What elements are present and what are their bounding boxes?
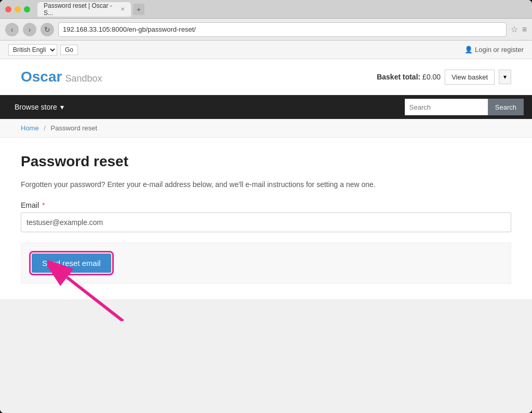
logo-oscar: Oscar bbox=[21, 69, 62, 85]
new-tab-button[interactable]: + bbox=[133, 4, 144, 15]
email-field-group: Email * bbox=[21, 201, 511, 232]
breadcrumb: Home / Password reset bbox=[0, 119, 532, 138]
basket-dropdown-button[interactable]: ▾ bbox=[499, 70, 511, 84]
form-actions: Send reset email bbox=[21, 243, 511, 284]
page-title: Password reset bbox=[21, 153, 511, 170]
language-bar: British Engli Go 👤 Login or register bbox=[0, 41, 532, 59]
language-select[interactable]: British Engli bbox=[8, 44, 57, 56]
page-content: British Engli Go 👤 Login or register Osc… bbox=[0, 41, 532, 413]
send-reset-email-button[interactable]: Send reset email bbox=[32, 254, 111, 273]
browser-titlebar: Password reset | Oscar - S... ✕ + bbox=[0, 0, 532, 19]
maximize-window-button[interactable] bbox=[24, 6, 30, 12]
browser-toolbar: ‹ › ↻ 192.168.33.105:8000/en-gb/password… bbox=[0, 19, 532, 41]
view-basket-button[interactable]: View basket bbox=[445, 70, 495, 85]
tab-close-icon[interactable]: ✕ bbox=[121, 6, 125, 12]
search-button[interactable]: Search bbox=[488, 99, 524, 115]
logo-area: Oscar Sandbox bbox=[21, 69, 102, 85]
search-input[interactable] bbox=[405, 99, 488, 115]
email-input[interactable] bbox=[21, 212, 511, 232]
nav-bar: Browse store ▾ Search bbox=[0, 95, 532, 119]
site-header: Oscar Sandbox Basket total: £0.00 View b… bbox=[0, 59, 532, 95]
back-button[interactable]: ‹ bbox=[5, 23, 19, 36]
traffic-lights bbox=[5, 6, 30, 12]
bookmark-icon[interactable]: ☆ bbox=[511, 24, 518, 34]
active-tab[interactable]: Password reset | Oscar - S... ✕ bbox=[37, 2, 131, 17]
menu-icon[interactable]: ≡ bbox=[522, 25, 527, 34]
basket-total-label: Basket total: £0.00 bbox=[377, 73, 441, 81]
login-register-link[interactable]: 👤 Login or register bbox=[464, 46, 524, 54]
logo-sandbox: Sandbox bbox=[65, 73, 102, 84]
reload-button[interactable]: ↻ bbox=[41, 23, 54, 36]
url-text: 192.168.33.105:8000/en-gb/password-reset… bbox=[63, 25, 196, 33]
search-form: Search bbox=[405, 99, 524, 115]
email-label: Email * bbox=[21, 201, 511, 209]
go-button[interactable]: Go bbox=[60, 45, 78, 55]
breadcrumb-separator: / bbox=[44, 124, 46, 132]
browse-store-arrow-icon: ▾ bbox=[60, 103, 64, 111]
tab-title: Password reset | Oscar - S... bbox=[44, 2, 117, 17]
tab-bar: Password reset | Oscar - S... ✕ + bbox=[37, 2, 527, 17]
breadcrumb-home-link[interactable]: Home bbox=[21, 124, 39, 132]
breadcrumb-current: Password reset bbox=[51, 124, 98, 132]
svg-line-1 bbox=[67, 277, 123, 321]
main-content: Password reset Forgotten your password? … bbox=[0, 138, 532, 299]
address-bar[interactable]: 192.168.33.105:8000/en-gb/password-reset… bbox=[58, 22, 507, 37]
browser-window: Password reset | Oscar - S... ✕ + ‹ › ↻ … bbox=[0, 0, 532, 413]
required-indicator: * bbox=[42, 201, 45, 209]
basket-area: Basket total: £0.00 View basket ▾ bbox=[377, 70, 511, 85]
close-window-button[interactable] bbox=[5, 6, 11, 12]
browse-store-button[interactable]: Browse store ▾ bbox=[8, 99, 70, 115]
minimize-window-button[interactable] bbox=[15, 6, 21, 12]
person-icon: 👤 bbox=[464, 46, 473, 54]
forward-button[interactable]: › bbox=[23, 23, 36, 36]
page-description: Forgotten your password? Enter your e-ma… bbox=[21, 180, 511, 189]
